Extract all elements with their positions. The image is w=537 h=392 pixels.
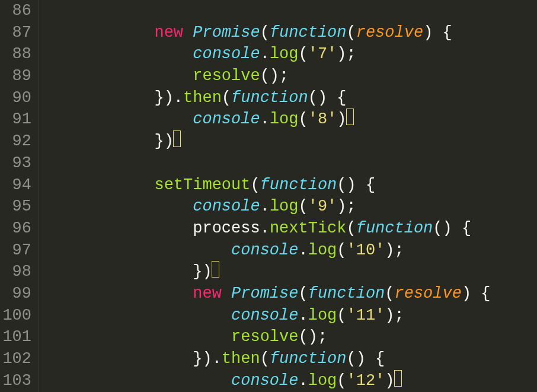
token-str: '12' [347, 372, 385, 390]
code-area[interactable]: new Promise(function(resolve) { console.… [39, 0, 537, 392]
token-plain: ); [337, 45, 356, 63]
token-obj: console [193, 197, 260, 215]
code-line[interactable]: process.nextTick(function() { [39, 218, 537, 240]
line-number-gutter: 8687888990919293949596979899100101102103 [0, 0, 39, 392]
token-plain: ) { [423, 24, 452, 42]
code-line[interactable]: console.log('12') [39, 370, 537, 392]
line-number: 93 [0, 152, 31, 174]
token-plain: ) { [462, 285, 491, 302]
line-number: 97 [0, 240, 31, 262]
token-call: log [270, 45, 299, 63]
line-number: 90 [0, 87, 31, 109]
token-plain: ( [337, 307, 346, 324]
code-line[interactable]: console.log('9'); [39, 196, 537, 218]
token-plain: . [260, 110, 270, 128]
token-plain: () { [433, 219, 471, 237]
token-plain: ( [298, 197, 308, 215]
token-kw: new [154, 24, 183, 42]
token-plain: () { [347, 350, 385, 368]
token-sp [183, 24, 193, 42]
token-call: then [222, 350, 260, 368]
token-class: Promise [231, 285, 298, 302]
token-call: log [270, 110, 299, 128]
token-plain: ( [222, 89, 231, 107]
cursor-indicator [394, 370, 402, 387]
line-number: 89 [0, 65, 31, 87]
token-call: log [270, 197, 299, 215]
token-plain: ( [250, 176, 260, 194]
line-number: 102 [0, 348, 31, 370]
code-line[interactable]: }).then(function() { [39, 87, 537, 109]
token-plain: ( [337, 372, 346, 390]
line-number: 87 [0, 22, 31, 44]
token-obj: console [193, 45, 260, 63]
token-call: log [308, 372, 337, 390]
token-call: resolve [193, 67, 260, 85]
token-sp [222, 285, 231, 302]
token-plain: (); [260, 67, 289, 85]
token-funcdecl: function [308, 285, 385, 302]
token-str: '8' [308, 110, 337, 128]
cursor-indicator [346, 109, 354, 125]
token-plain: }). [193, 350, 222, 368]
cursor-indicator [173, 130, 181, 147]
token-plain: ( [337, 241, 346, 259]
code-line[interactable]: }).then(function() { [39, 348, 537, 370]
cursor-indicator [212, 261, 219, 278]
token-call: resolve [231, 328, 298, 346]
code-editor[interactable]: 8687888990919293949596979899100101102103… [0, 0, 537, 392]
code-line[interactable]: console.log('10'); [39, 240, 537, 262]
code-line[interactable]: new Promise(function(resolve) { [39, 283, 537, 305]
token-plain: ); [337, 197, 356, 215]
token-plain: }) [154, 132, 173, 150]
token-call: log [308, 307, 337, 324]
token-call: then [183, 89, 222, 107]
code-line[interactable]: }) [39, 130, 537, 152]
token-plain: ( [298, 45, 308, 63]
token-str: '10' [347, 241, 385, 259]
code-line[interactable]: console.log('11'); [39, 305, 537, 327]
code-line[interactable] [39, 152, 537, 174]
line-number: 91 [0, 109, 31, 130]
token-plain: ); [385, 307, 404, 324]
token-plain: ( [385, 285, 394, 302]
token-obj: console [193, 110, 260, 128]
token-plain: ) [385, 372, 394, 390]
code-line[interactable]: resolve(); [39, 65, 537, 87]
token-plain: . [260, 45, 270, 63]
token-plain: ); [385, 241, 404, 259]
code-line[interactable]: console.log('7'); [39, 43, 537, 65]
token-plain: ( [298, 110, 308, 128]
token-plain: () { [308, 89, 347, 107]
line-number: 96 [0, 218, 31, 240]
token-str: '9' [308, 197, 337, 215]
token-plain: process. [193, 219, 270, 237]
line-number: 101 [0, 326, 31, 348]
token-kw: new [193, 285, 222, 302]
token-plain: ( [260, 350, 270, 368]
token-param: resolve [356, 24, 423, 42]
code-line[interactable]: resolve(); [39, 326, 537, 348]
code-line[interactable] [39, 0, 537, 22]
code-line[interactable]: setTimeout(function() { [39, 174, 537, 196]
line-number: 88 [0, 43, 31, 65]
token-plain: }). [154, 89, 183, 107]
token-plain: ( [260, 24, 270, 42]
code-line[interactable]: console.log('8') [39, 109, 537, 130]
token-plain: . [260, 197, 270, 215]
token-funcdecl: function [231, 89, 308, 107]
token-plain: . [298, 372, 308, 390]
code-line[interactable]: new Promise(function(resolve) { [39, 22, 537, 44]
line-number: 94 [0, 174, 31, 196]
line-number: 86 [0, 0, 31, 22]
line-number: 100 [0, 305, 31, 327]
token-funcdecl: function [270, 24, 347, 42]
line-number: 95 [0, 196, 31, 218]
token-plain: () { [337, 176, 375, 194]
token-obj: console [231, 307, 298, 324]
code-line[interactable]: }) [39, 261, 537, 283]
token-plain: . [298, 241, 308, 259]
token-funcdecl: function [260, 176, 337, 194]
token-plain: ( [347, 24, 356, 42]
token-plain: ( [347, 219, 356, 237]
